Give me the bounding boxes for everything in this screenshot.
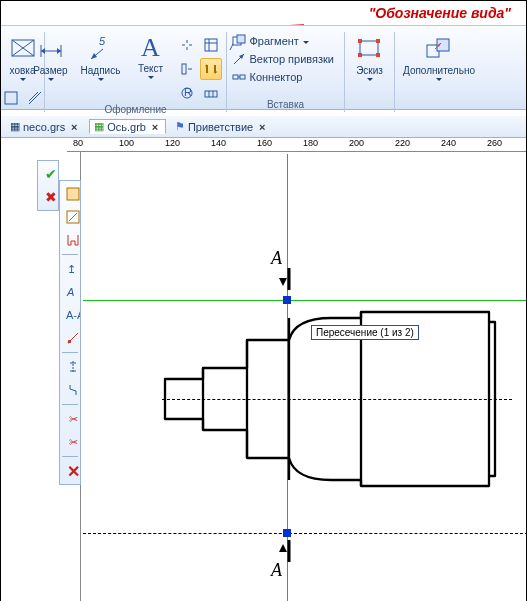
tick: 80 — [73, 138, 83, 148]
tick: 240 — [441, 138, 456, 148]
svg-rect-23 — [240, 75, 245, 79]
svg-text:R: R — [184, 86, 192, 98]
sketch-icon — [356, 35, 384, 63]
chevron-down-icon — [303, 41, 309, 44]
group-title-vstavka: Вставка — [267, 99, 304, 112]
leader-icon: 5 — [87, 35, 115, 63]
nadpis-button[interactable]: 5 Надпись — [76, 32, 126, 87]
ribbon: ховка Размер 5 Надпись — [1, 25, 526, 110]
svg-rect-28 — [358, 53, 362, 57]
tool-1[interactable] — [62, 183, 84, 205]
dop-button[interactable]: Дополнительно — [398, 32, 480, 87]
text-icon: A — [141, 35, 160, 61]
tick: 160 — [257, 138, 272, 148]
close-icon[interactable]: × — [256, 121, 268, 133]
ruler-horizontal: 80 100 120 140 160 180 200 220 240 260 — [67, 138, 526, 152]
tool-5[interactable]: A — [62, 281, 84, 303]
tick: 260 — [487, 138, 502, 148]
work-area: 80 100 120 140 160 180 200 220 240 260 ✔… — [1, 138, 526, 601]
annotation-label: "Обозначение вида" — [369, 5, 511, 21]
tool-6[interactable]: A-A — [62, 304, 84, 326]
connector-button[interactable]: Коннектор — [229, 68, 343, 86]
tool-scissors[interactable]: ✂ — [62, 408, 84, 430]
oform-btn-1[interactable] — [176, 34, 198, 56]
chevron-down-icon — [148, 76, 154, 79]
tool-scissors2[interactable]: ✂ — [62, 431, 84, 453]
eskiz-label: Эскиз — [356, 65, 383, 76]
tab-os-label: Ось.grb — [107, 121, 146, 133]
tool-4[interactable]: ↥ — [62, 258, 84, 280]
svg-rect-29 — [376, 53, 380, 57]
vector-icon — [232, 52, 246, 66]
tab-welcome[interactable]: ⚑ Приветствие × — [170, 119, 273, 134]
vector-button[interactable]: Вектор привязки — [229, 50, 343, 68]
dimension-icon — [37, 35, 65, 63]
group-dop: Дополнительно — [395, 32, 483, 112]
svg-rect-13 — [182, 64, 186, 74]
khovka-sm1[interactable] — [0, 87, 22, 109]
separator — [62, 254, 78, 255]
oform-btn-6[interactable]: R — [176, 82, 198, 104]
connector-icon — [232, 70, 246, 84]
tab-neco-label: neco.grs — [23, 121, 65, 133]
tool-8[interactable] — [62, 356, 84, 378]
group-eskiz: Эскиз — [345, 32, 395, 112]
tekst-label: Текст — [138, 63, 163, 74]
fragment-icon — [232, 34, 246, 48]
tool-7[interactable] — [62, 327, 84, 349]
section-letter-bottom: A — [271, 560, 282, 581]
drawing-canvas[interactable]: A Пересечение (1 из 2) A — [83, 154, 526, 601]
eskiz-button[interactable]: Эскиз — [345, 32, 395, 87]
svg-rect-16 — [205, 91, 217, 97]
svg-rect-20 — [237, 35, 245, 43]
tool-2[interactable] — [62, 206, 84, 228]
svg-rect-27 — [376, 39, 380, 43]
svg-rect-25 — [360, 41, 378, 55]
group-oformlenie: Размер 5 Надпись A Текст — [45, 32, 227, 112]
chevron-down-icon — [98, 78, 104, 81]
tab-os[interactable]: ▦ Ось.grb × — [89, 119, 166, 134]
group-vstavka: Фрагмент Вектор привязки Коннектор Встав… — [227, 32, 345, 112]
additional-icon — [425, 35, 453, 63]
tekst-button[interactable]: A Текст — [126, 32, 176, 87]
tick: 120 — [165, 138, 180, 148]
svg-rect-26 — [358, 39, 362, 43]
flag-icon: ⚑ — [175, 120, 185, 133]
chevron-down-icon — [436, 78, 442, 81]
tick: 140 — [211, 138, 226, 148]
tick: 220 — [395, 138, 410, 148]
tick: 200 — [349, 138, 364, 148]
separator — [62, 404, 78, 405]
svg-text:A: A — [66, 286, 74, 298]
tools-toolbar: ↥ A A-A ✂ ✂ ✕ — [59, 180, 81, 485]
confirm-toolbar: ✔ ✖ — [37, 160, 59, 211]
chevron-down-icon — [367, 78, 373, 81]
tab-neco[interactable]: ▦ neco.grs × — [5, 119, 85, 134]
fragment-button[interactable]: Фрагмент — [229, 32, 343, 50]
tool-9[interactable] — [62, 379, 84, 401]
oform-btn-2[interactable] — [200, 34, 222, 56]
section-arrow-top — [279, 268, 293, 290]
snap-node-top[interactable] — [283, 296, 291, 304]
snap-node-bottom[interactable] — [283, 529, 291, 537]
tool-3[interactable] — [62, 229, 84, 251]
razmer-button[interactable]: Размер — [26, 32, 76, 87]
oform-btn-7[interactable] — [200, 82, 222, 104]
document-tab-bar: ▦ neco.grs × ▦ Ось.grb × ⚑ Приветствие × — [1, 116, 526, 138]
close-icon[interactable]: × — [68, 121, 80, 133]
view-designation-button[interactable] — [200, 58, 222, 80]
tab-welcome-label: Приветствие — [188, 121, 253, 133]
part-drawing — [83, 154, 523, 601]
tool-close[interactable]: ✕ — [62, 460, 84, 482]
svg-text:↥: ↥ — [67, 263, 76, 275]
snap-tooltip: Пересечение (1 из 2) — [311, 325, 419, 340]
dop-label: Дополнительно — [403, 65, 475, 76]
connector-label: Коннектор — [250, 71, 303, 83]
close-icon[interactable]: × — [149, 121, 161, 133]
svg-rect-32 — [67, 188, 79, 200]
svg-rect-3 — [5, 92, 17, 104]
svg-rect-22 — [233, 75, 238, 79]
oform-btn-4[interactable] — [176, 58, 198, 80]
vector-label: Вектор привязки — [250, 53, 335, 65]
section-arrow-bottom — [279, 540, 293, 562]
